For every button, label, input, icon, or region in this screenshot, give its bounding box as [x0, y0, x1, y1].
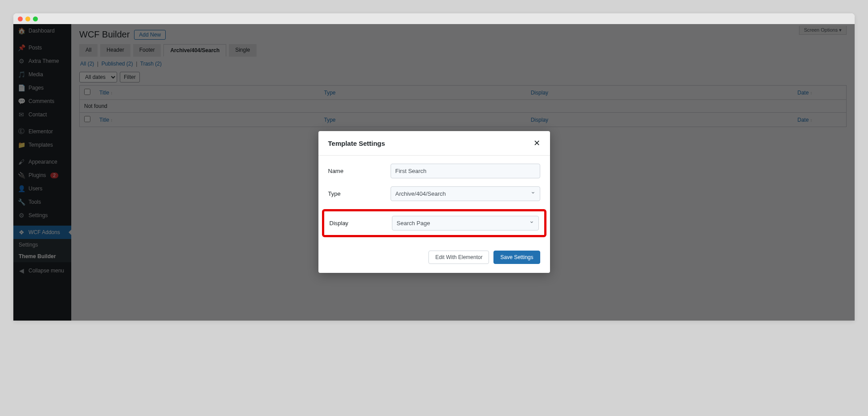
display-select[interactable]: Search Page: [392, 216, 539, 231]
name-input[interactable]: [391, 164, 540, 178]
maximize-window-icon[interactable]: [33, 16, 38, 21]
window-titlebar: [13, 13, 855, 24]
display-label: Display: [330, 220, 392, 227]
name-label: Name: [328, 168, 391, 174]
template-settings-modal: Template Settings ✕ Name Type Archive/40…: [318, 131, 550, 273]
close-window-icon[interactable]: [18, 16, 23, 21]
modal-overlay[interactable]: Template Settings ✕ Name Type Archive/40…: [13, 24, 855, 321]
modal-title: Template Settings: [328, 140, 385, 147]
edit-elementor-button[interactable]: Edit With Elementor: [428, 251, 489, 264]
type-select[interactable]: Archive/404/Search: [391, 186, 540, 201]
type-label: Type: [328, 190, 391, 197]
display-highlight: Display Search Page: [322, 209, 546, 237]
save-settings-button[interactable]: Save Settings: [493, 251, 540, 264]
close-icon[interactable]: ✕: [534, 138, 540, 148]
minimize-window-icon[interactable]: [25, 16, 30, 21]
